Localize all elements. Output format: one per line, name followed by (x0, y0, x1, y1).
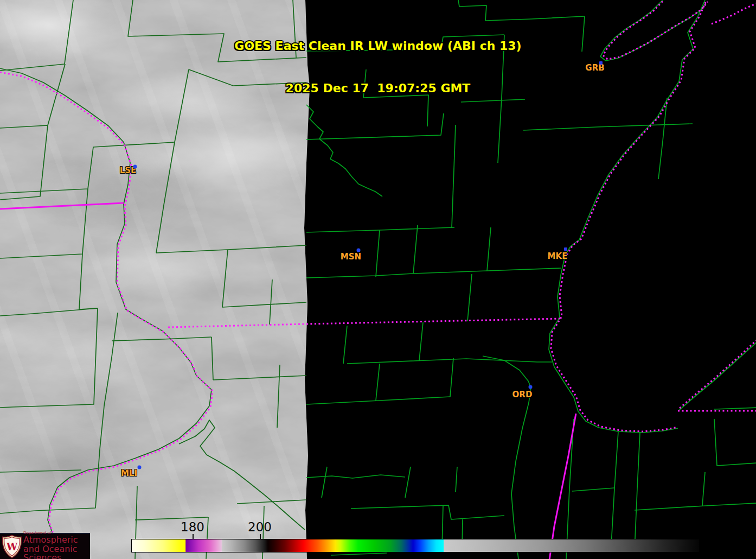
timestamp: 2025 Dec 17 19:07:25 GMT (0, 81, 756, 96)
county-lines-right-path (376, 364, 380, 401)
county-lines-right-path (306, 397, 450, 404)
county-lines-left-path (100, 313, 118, 449)
city-label-msn: MSN (341, 252, 361, 262)
city-dot-msn (357, 249, 361, 252)
county-lines-right-path (306, 227, 454, 232)
county-lines-right-path (376, 230, 380, 277)
county-lines-left-path (0, 125, 48, 200)
county-lines-left-path (0, 189, 88, 258)
city-dot-ord (529, 385, 533, 389)
county-lines-left-path (270, 280, 272, 325)
county-lines-left-path (212, 337, 213, 380)
county-lines-left-path (277, 365, 280, 428)
colorbar-tick-label-180: 180 (181, 521, 204, 533)
county-lines-right-path (419, 322, 423, 360)
county-lines-right-path (405, 467, 411, 498)
state-borders-dotted-path (0, 72, 213, 559)
state-borders-solid-path (549, 414, 576, 559)
state-borders-solid-path (0, 203, 124, 209)
county-lines-right-path (483, 356, 531, 559)
county-lines-right-path (343, 326, 347, 364)
colorbar-tick-mark (193, 534, 194, 539)
city-dot-lse (133, 165, 137, 169)
county-lines-left-path (222, 250, 306, 307)
county-lines-right-path (322, 467, 327, 498)
title-line-1: GOES East Clean IR LW window (ABI ch 13) (0, 39, 756, 53)
county-lines-left-path (179, 420, 305, 530)
county-lines-right-path (702, 472, 705, 506)
city-dot-mli (138, 466, 142, 469)
county-lines-right-path (572, 488, 614, 491)
county-lines-right-path (566, 419, 574, 559)
county-lines-right-path (635, 503, 756, 510)
county-lines-right-path (413, 225, 418, 274)
svg-text:W: W (6, 541, 18, 552)
county-lines-left-path (79, 254, 98, 309)
aos-logo: W Department of Atmospheric and Oceanic … (0, 533, 90, 559)
colorbar-tick-label-200: 200 (248, 521, 272, 533)
state-borders-dotted-path (168, 319, 561, 327)
county-lines-right-path (306, 274, 413, 278)
county-lines-right-path (331, 553, 387, 555)
county-lines-left-path (237, 500, 306, 504)
county-lines-left-path (0, 308, 98, 408)
aos-logo-text: Department of Atmospheric and Oceanic Sc… (23, 531, 90, 559)
county-lines-left-path (213, 376, 306, 380)
county-lines-right-path (523, 124, 693, 130)
state-borders-dotted-path (679, 340, 756, 409)
county-lines-right-path (347, 359, 552, 364)
county-lines-left-path (0, 142, 175, 193)
satellite-image-viewer: GRBLSEMSNMKEORDMLI GOES East Clean IR LW… (0, 0, 756, 559)
county-lines-left-path (0, 470, 81, 472)
temperature-colorbar (131, 539, 700, 552)
county-lines-left-path (112, 337, 212, 341)
county-lines-right-path (487, 227, 491, 271)
colorbar-tick-mark (260, 534, 261, 539)
county-lines-left-path (0, 511, 36, 513)
county-lines-right-path (306, 475, 405, 478)
county-lines-left-path (206, 517, 208, 559)
county-lines-right-path (351, 505, 504, 519)
county-lines-right-path (635, 433, 640, 551)
county-lines-right-path (467, 274, 472, 321)
county-lines-right-path (456, 467, 457, 492)
county-lines-left-path (156, 245, 306, 253)
county-lines-right-path (714, 408, 756, 409)
uw-crest-icon: W (2, 535, 22, 558)
state-borders-solid (0, 203, 576, 559)
county-lines-left-path (36, 449, 100, 511)
city-dot-mke (564, 247, 567, 251)
city-label-ord: ORD (512, 390, 533, 399)
logo-line-2: and Oceanic Sciences (23, 545, 90, 559)
county-lines-right-path (452, 125, 456, 227)
city-label-mke: MKE (548, 251, 568, 261)
city-label-mli: MLI (121, 468, 137, 478)
county-lines-right-path (450, 358, 453, 397)
county-lines-right-path (714, 419, 756, 466)
logo-line-1: Atmospheric (23, 536, 90, 544)
image-title: GOES East Clean IR LW window (ABI ch 13)… (0, 11, 756, 124)
